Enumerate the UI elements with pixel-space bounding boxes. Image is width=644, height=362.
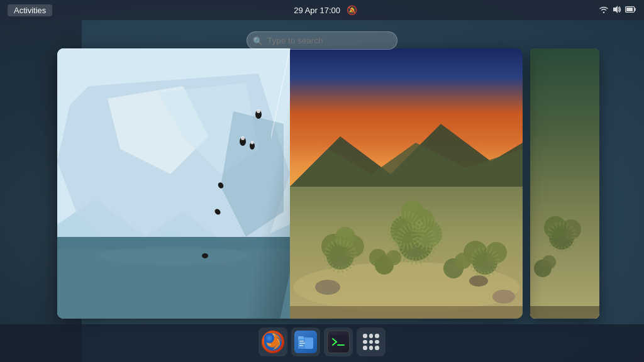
svg-point-14: [257, 109, 260, 113]
battery-icon[interactable]: [625, 5, 636, 15]
topbar: Activities 29 Apr 17:00 🔕: [0, 0, 644, 20]
appgrid-dot: [363, 340, 367, 344]
datetime-display: 29 Apr 17:00: [294, 6, 340, 15]
svg-rect-52: [290, 306, 523, 319]
appgrid-dot: [369, 340, 374, 344]
taskbar-firefox[interactable]: [258, 327, 287, 356]
svg-point-60: [542, 255, 556, 269]
svg-marker-0: [613, 6, 618, 13]
right-window-panel[interactable]: [530, 48, 599, 319]
svg-point-27: [315, 280, 340, 295]
svg-point-29: [492, 290, 515, 304]
system-tray: [599, 5, 636, 16]
workspace-area: [0, 43, 644, 324]
svg-point-48: [386, 250, 401, 265]
appgrid-icon: [360, 331, 382, 353]
svg-rect-61: [530, 306, 599, 319]
svg-rect-70: [330, 335, 347, 349]
topbar-center: 29 Apr 17:00 🔕: [294, 5, 357, 15]
right-panel-content: [530, 48, 599, 319]
taskbar-terminal[interactable]: [324, 327, 353, 356]
svg-point-49: [369, 249, 387, 266]
taskbar: [0, 324, 644, 362]
main-window[interactable]: [57, 48, 523, 319]
window-split: [57, 48, 523, 319]
svg-rect-54: [530, 48, 599, 319]
svg-rect-2: [635, 8, 636, 11]
firefox-icon: [262, 331, 284, 353]
appgrid-dot: [369, 334, 374, 338]
iceberg-panel: [57, 48, 290, 319]
appgrid-dot: [375, 346, 379, 350]
svg-point-57: [544, 216, 567, 239]
appgrid-dot: [375, 340, 379, 344]
svg-rect-68: [299, 343, 305, 344]
svg-point-16: [241, 136, 245, 140]
activities-button[interactable]: Activities: [8, 4, 52, 16]
search-input[interactable]: [247, 31, 397, 50]
search-container: 🔍: [247, 31, 397, 50]
svg-rect-67: [299, 341, 304, 342]
appgrid-dot: [363, 334, 367, 338]
notification-icon[interactable]: 🔕: [347, 5, 357, 15]
svg-point-12: [98, 246, 249, 265]
appgrid-dot: [363, 346, 367, 350]
appgrid-dot: [375, 334, 379, 338]
taskbar-appgrid[interactable]: [357, 327, 386, 356]
wifi-icon[interactable]: [599, 5, 609, 16]
svg-rect-66: [298, 336, 304, 339]
taskbar-files[interactable]: [291, 327, 320, 356]
cactus-panel: [290, 48, 523, 319]
appgrid-dot: [369, 346, 374, 350]
svg-rect-3: [626, 8, 633, 11]
svg-point-51: [455, 253, 471, 269]
svg-point-21: [202, 253, 208, 258]
audio-icon[interactable]: [613, 5, 621, 16]
files-icon: [294, 331, 317, 353]
svg-point-18: [251, 141, 254, 145]
svg-rect-69: [299, 345, 303, 346]
terminal-icon: [327, 331, 350, 353]
